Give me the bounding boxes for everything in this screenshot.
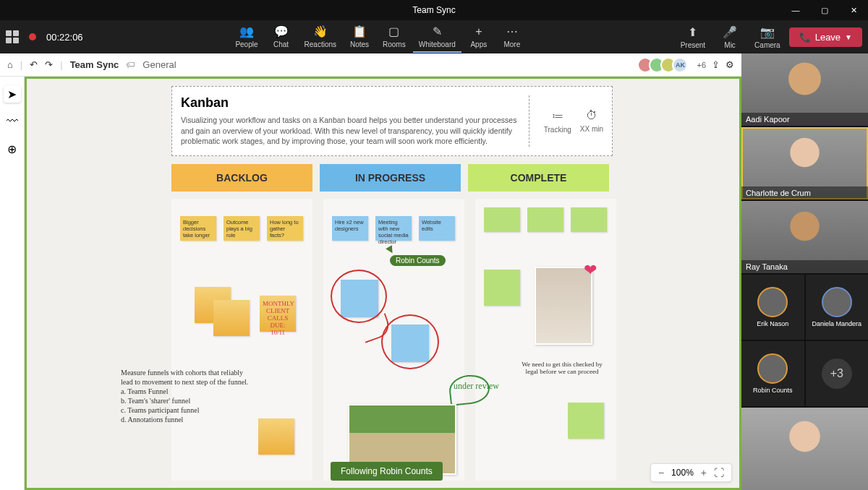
more-icon: ⋯ xyxy=(505,25,519,39)
sticky-note[interactable]: Hire x2 new designers xyxy=(332,216,368,241)
whiteboard-header: ⌂ | ↶ ↷ | Team Sync 🏷 General AK +6 ⇪ ⚙ xyxy=(0,53,741,77)
toolbar-rooms[interactable]: ▢Rooms xyxy=(377,22,412,53)
breadcrumb-tag[interactable]: General xyxy=(142,59,176,70)
titlebar: Team Sync — ▢ ✕ xyxy=(0,0,868,20)
zoom-in-icon[interactable]: + xyxy=(701,467,707,478)
complete-column-header[interactable]: COMPLETE xyxy=(468,164,609,192)
participant-avatars[interactable]: AK xyxy=(642,57,688,73)
tag-icon: 🏷 xyxy=(126,59,135,70)
video-tile[interactable]: Aadi Kapoor xyxy=(741,53,868,126)
rooms-icon: ▢ xyxy=(387,25,401,39)
legal-caption: We need to get this checked by legal bef… xyxy=(519,361,605,375)
timer-chip: ⏱ XX min xyxy=(580,109,603,133)
recording-time: 00:22:06 xyxy=(46,32,83,43)
sticky-note[interactable] xyxy=(258,418,294,455)
heart-icon[interactable]: ❤ xyxy=(584,261,597,280)
people-icon: 👥 xyxy=(239,25,254,39)
handwriting-funnel: Measure funnels with cohorts that reliab… xyxy=(121,368,251,424)
sticky-note[interactable] xyxy=(213,300,250,336)
info-body: Visualizing your workflow and tasks on a… xyxy=(181,115,522,147)
apps-icon: + xyxy=(472,25,486,39)
zoom-controls: − 100% + ⛶ xyxy=(650,463,732,482)
video-tile-small[interactable]: Erik Nason xyxy=(741,275,804,340)
sticky-note[interactable] xyxy=(571,207,607,232)
whiteboard-area: ⌂ | ↶ ↷ | Team Sync 🏷 General AK +6 ⇪ ⚙ xyxy=(0,53,741,490)
meeting-toolbar: 00:22:06 👥People💬Chat👋Reactions📋Notes▢Ro… xyxy=(0,20,868,53)
share-icon[interactable]: ⇪ xyxy=(712,59,720,70)
video-sidebar: Aadi Kapoor Charlotte de Crum Ray Tanaka… xyxy=(741,53,868,490)
remote-cursor-label: Robin Counts xyxy=(390,255,446,266)
toolbar-people[interactable]: 👥People xyxy=(229,22,263,53)
reactions-icon: 👋 xyxy=(313,25,328,39)
select-tool[interactable]: ➤ xyxy=(4,85,21,103)
following-banner[interactable]: Following Robin Counts xyxy=(331,462,443,481)
camera-icon: 📷 xyxy=(760,25,775,40)
zoom-out-icon[interactable]: − xyxy=(658,467,664,478)
sticky-note[interactable]: Bigger decisions take longer xyxy=(180,216,216,241)
video-tile[interactable]: Ray Tanaka xyxy=(741,201,868,273)
tracking-chip: ≔ Tracking xyxy=(544,109,571,134)
video-tile[interactable]: Charlotte de Crum xyxy=(741,127,868,199)
video-tile-small[interactable]: Daniela Mandera xyxy=(806,275,869,340)
ink-circle xyxy=(381,314,439,369)
phone-icon: 📞 xyxy=(799,32,811,43)
minimize-button[interactable]: — xyxy=(781,0,810,20)
toolbar-more[interactable]: ⋯More xyxy=(496,22,528,53)
info-title: Kanban xyxy=(181,95,522,111)
settings-icon[interactable]: ⚙ xyxy=(726,59,734,70)
close-button[interactable]: ✕ xyxy=(839,0,868,20)
video-tile-overflow[interactable]: +3 xyxy=(806,341,869,406)
sticky-note-monthly[interactable]: MONTHLY CLIENT CALLS DUE: 10/11 xyxy=(260,296,296,332)
video-tile[interactable] xyxy=(741,408,868,490)
toolbar-whiteboard[interactable]: ✎Whiteboard xyxy=(413,22,461,53)
add-tool[interactable]: ⊕ xyxy=(4,140,21,158)
under-review-label: under review xyxy=(454,381,499,392)
toolbar-notes[interactable]: 📋Notes xyxy=(344,22,375,53)
list-icon: ≔ xyxy=(552,109,563,123)
sticky-note[interactable] xyxy=(484,207,520,232)
sticky-note[interactable]: Outcome plays a big role xyxy=(224,216,260,241)
grid-icon[interactable] xyxy=(6,30,19,43)
home-icon[interactable]: ⌂ xyxy=(7,59,13,70)
leave-button[interactable]: 📞 Leave ▼ xyxy=(789,27,862,47)
in-progress-column-header[interactable]: IN PROGRESS xyxy=(320,164,461,192)
avatar-overflow[interactable]: +6 xyxy=(697,61,706,69)
pen-tool[interactable]: 〰 xyxy=(4,113,21,130)
chevron-down-icon: ▼ xyxy=(845,33,852,41)
toolbar-reactions[interactable]: 👋Reactions xyxy=(299,22,342,53)
sticky-note[interactable] xyxy=(484,270,520,306)
zoom-value: 100% xyxy=(671,468,694,478)
window-title: Team Sync xyxy=(412,5,455,15)
video-tile-small[interactable]: Robin Counts xyxy=(741,341,804,406)
chat-icon: 💬 xyxy=(274,25,289,39)
sticky-note[interactable] xyxy=(527,207,563,232)
mic-icon: 🎤 xyxy=(723,25,737,40)
notes-icon: 📋 xyxy=(352,25,367,39)
maximize-button[interactable]: ▢ xyxy=(810,0,839,20)
breadcrumb[interactable]: Team Sync xyxy=(70,59,119,70)
sticky-note[interactable]: How long to gather facts? xyxy=(267,216,303,241)
whiteboard-icon: ✎ xyxy=(430,25,444,39)
present-icon: ⬆ xyxy=(686,25,700,40)
kanban-info-box[interactable]: Kanban Visualizing your workflow and tas… xyxy=(171,86,613,156)
redo-icon[interactable]: ↷ xyxy=(45,59,53,70)
toolbar-apps[interactable]: +Apps xyxy=(463,22,495,53)
recording-indicator-icon xyxy=(29,33,36,40)
whiteboard-tools: ➤ 〰 ⊕ xyxy=(0,77,25,490)
toolbar-camera[interactable]: 📷Camera xyxy=(749,22,786,52)
sticky-note[interactable] xyxy=(568,403,604,439)
toolbar-present[interactable]: ⬆Present xyxy=(675,22,711,52)
sticky-note[interactable]: Website edits xyxy=(419,216,455,241)
backlog-column-header[interactable]: BACKLOG xyxy=(171,164,312,192)
toolbar-mic[interactable]: 🎤Mic xyxy=(714,22,746,52)
sticky-note[interactable]: Meeting with new social media director xyxy=(375,216,412,241)
toolbar-chat[interactable]: 💬Chat xyxy=(265,22,297,53)
undo-icon[interactable]: ↶ xyxy=(30,59,38,70)
fit-icon[interactable]: ⛶ xyxy=(714,467,724,478)
clock-icon: ⏱ xyxy=(586,109,597,122)
whiteboard-canvas[interactable]: Kanban Visualizing your workflow and tas… xyxy=(25,77,741,490)
